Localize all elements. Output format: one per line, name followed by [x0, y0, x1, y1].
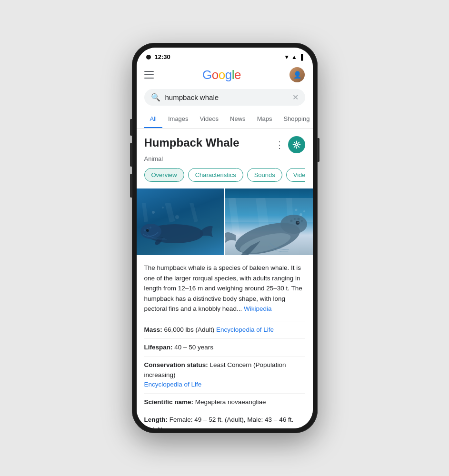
fact-lifespan-value: 40 – 50 years: [174, 344, 213, 351]
status-left: 12:30: [146, 53, 170, 60]
save-icon: [292, 140, 301, 149]
svg-point-10: [148, 229, 149, 230]
svg-point-18: [294, 218, 296, 220]
camera-dot: [146, 55, 151, 60]
svg-point-16: [297, 222, 299, 223]
pill-videos[interactable]: Videos: [286, 168, 305, 182]
svg-point-19: [297, 218, 299, 220]
svg-point-17: [290, 220, 292, 222]
svg-point-1: [152, 211, 155, 214]
svg-point-21: [299, 213, 302, 216]
fact-conservation: Conservation status: Least Concern (Popu…: [144, 356, 305, 393]
description-text: The humpback whale is a species of balee…: [144, 263, 305, 314]
fact-lifespan: Lifespan: 40 – 50 years: [144, 338, 305, 356]
fact-conservation-label: Conservation status:: [144, 361, 208, 368]
silent-button: [130, 119, 132, 136]
fact-mass-link[interactable]: Encyclopedia of Life: [216, 326, 274, 333]
svg-point-0: [295, 144, 298, 146]
logo-o2: o: [219, 68, 225, 82]
phone-frame: 12:30 ▼ ▲ ▐ Google 👤 🔍 humpback: [132, 43, 318, 433]
search-bar[interactable]: 🔍 humpback whale ✕: [144, 89, 305, 106]
fact-length: Length: Female: 49 – 52 ft. (Adult), Mal…: [144, 411, 305, 428]
svg-point-9: [146, 229, 149, 232]
pills-row: Overview Characteristics Sounds Videos: [144, 168, 305, 182]
tab-shopping[interactable]: Shopping: [278, 110, 312, 129]
whale-image-left[interactable]: [137, 188, 224, 255]
knowledge-panel: Humpback Whale ⋮ Animal Overv: [137, 129, 313, 428]
logo-g: G: [202, 68, 212, 82]
whale-svg-right: [225, 198, 313, 255]
nav-tabs: All Images Videos News Maps Shopping: [137, 110, 313, 129]
user-avatar[interactable]: 👤: [289, 67, 305, 82]
volume-down-button: [130, 174, 132, 198]
save-to-list-button[interactable]: [288, 136, 305, 153]
fact-mass-value: 66,000 lbs (Adult): [164, 326, 217, 333]
whale-svg-left: [139, 203, 215, 250]
svg-point-20: [301, 220, 303, 222]
description-content: The humpback whale is a species of balee…: [144, 264, 302, 312]
pill-overview[interactable]: Overview: [144, 168, 184, 182]
clear-search-icon[interactable]: ✕: [292, 93, 299, 102]
pill-characteristics[interactable]: Characteristics: [188, 168, 243, 182]
fact-conservation-link[interactable]: Encyclopedia of Life: [144, 381, 202, 388]
fact-lifespan-label: Lifespan:: [144, 344, 173, 351]
svg-point-3: [175, 215, 179, 219]
search-bar-container: 🔍 humpback whale ✕: [137, 86, 313, 110]
fact-scientific: Scientific name: Megaptera novaeangliae: [144, 393, 305, 411]
svg-point-6: [144, 229, 146, 231]
panel-actions: ⋮: [275, 136, 305, 153]
signal-icon: ▲: [291, 54, 297, 60]
images-row: [137, 188, 313, 255]
power-button: [318, 138, 319, 162]
status-bar: 12:30 ▼ ▲ ▐: [137, 48, 313, 63]
logo-e: e: [234, 68, 241, 82]
tab-videos[interactable]: Videos: [194, 110, 225, 129]
google-header: Google 👤: [137, 63, 313, 86]
volume-up-button: [130, 143, 132, 167]
svg-point-22: [303, 210, 305, 212]
content-area: Humpback Whale ⋮ Animal Overv: [137, 129, 313, 428]
more-options-button[interactable]: ⋮: [275, 140, 284, 149]
tab-maps[interactable]: Maps: [251, 110, 278, 129]
svg-point-8: [150, 227, 151, 228]
svg-point-2: [162, 207, 164, 208]
panel-title: Humpback Whale: [144, 136, 239, 149]
avatar-image: 👤: [289, 67, 305, 82]
wikipedia-link[interactable]: Wikipedia: [244, 305, 272, 312]
google-logo: Google: [202, 68, 241, 82]
search-query[interactable]: humpback whale: [165, 93, 288, 101]
fact-scientific-value: Megaptera novaeangliae: [195, 398, 266, 406]
svg-point-23: [295, 209, 297, 211]
tab-images[interactable]: Images: [162, 110, 194, 129]
menu-icon[interactable]: [144, 71, 154, 79]
panel-header: Humpback Whale ⋮: [144, 136, 305, 153]
tab-all[interactable]: All: [144, 110, 162, 129]
whale-image-right[interactable]: [225, 188, 313, 255]
search-icon: 🔍: [151, 93, 160, 102]
fact-mass: Mass: 66,000 lbs (Adult) Encyclopedia of…: [144, 321, 305, 338]
pill-sounds[interactable]: Sounds: [247, 168, 282, 182]
status-icons: ▼ ▲ ▐: [284, 54, 303, 60]
battery-icon: ▐: [299, 54, 303, 60]
fact-scientific-label: Scientific name:: [144, 398, 194, 406]
fact-length-label: Length:: [144, 416, 168, 423]
tab-news[interactable]: News: [224, 110, 251, 129]
wifi-icon: ▼: [284, 54, 289, 60]
logo-g2: g: [225, 68, 232, 82]
panel-subtitle: Animal: [144, 155, 305, 162]
status-time: 12:30: [155, 53, 170, 60]
svg-point-14: [280, 215, 307, 234]
fact-mass-label: Mass:: [144, 326, 162, 333]
phone-screen: 12:30 ▼ ▲ ▐ Google 👤 🔍 humpback: [137, 48, 313, 428]
logo-o1: o: [212, 68, 219, 82]
